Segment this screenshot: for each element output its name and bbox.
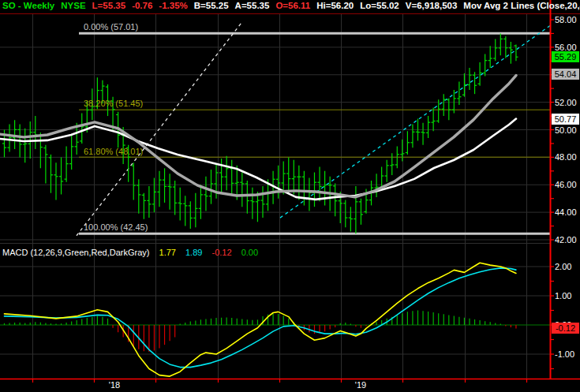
title-segment-symbol-period[interactable]: SO - Weekly <box>2 1 54 10</box>
title-segment-bid: B=55.25 <box>194 1 229 10</box>
price-axis-label: 48.00 <box>555 152 577 162</box>
macd-line-value: 1.77 <box>159 248 176 257</box>
year-label-18: '18 <box>109 380 120 390</box>
title-segment-open: O=56.11 <box>275 1 310 10</box>
fib-label-382[interactable]: 38.20% (51.45) <box>84 99 143 108</box>
chart-title-bar[interactable]: SO - WeeklyNYSEL=55.35-0.76-1.35%B=55.25… <box>2 1 580 13</box>
title-segment-exchange: NYSE <box>61 1 85 10</box>
price-axis-label: 58.00 <box>555 15 577 24</box>
title-segment-volume: V=6,918,503 <box>406 1 458 10</box>
price-axis-label: 46.00 <box>555 180 577 189</box>
macd-axis-label: 1.00 <box>555 291 571 301</box>
price-axis-label: 42.00 <box>555 235 577 245</box>
title-segment-pct-change: -1.35% <box>159 1 187 10</box>
macd-hist-value-badge: -0.12 <box>552 323 579 334</box>
title-segment-ask: A=55.35 <box>235 1 270 10</box>
macd-axis-label: -1.00 <box>555 349 574 359</box>
title-segment-last-price: L=55.35 <box>92 1 126 10</box>
title-segment-net-change: -0.76 <box>132 1 152 10</box>
title-segment-high: Hi=56.20 <box>316 1 354 10</box>
price-axis-label: 52.00 <box>555 98 577 107</box>
macd-axis-label: 2.00 <box>555 262 571 271</box>
macd-hist-value: -0.12 <box>211 248 231 257</box>
price-axis-label: 50.00 <box>555 125 577 135</box>
macd-indicator-label[interactable]: MACD (12,26,9,Green,Red,DarkGray) <box>2 248 149 257</box>
price-plot-area[interactable] <box>0 14 550 243</box>
macd-signal-value: 1.89 <box>185 248 202 257</box>
macd-header[interactable]: MACD (12,26,9,Green,Red,DarkGray) 1.77 1… <box>2 248 265 257</box>
fib-label-618[interactable]: 61.80% (48.01) <box>84 147 143 156</box>
macd-zero-value: 0.00 <box>241 248 258 257</box>
year-label-19: '19 <box>355 380 366 390</box>
last-price-badge: 55.29 <box>552 51 579 62</box>
fib-label-0[interactable]: 0.00% (57.01) <box>84 22 138 32</box>
fib-label-100[interactable]: 100.00% (42.45) <box>84 222 148 232</box>
price-axis-label: 44.00 <box>555 207 577 217</box>
title-segment-low: Lo=55.02 <box>360 1 399 10</box>
macd-plot-area[interactable] <box>0 245 550 379</box>
title-segment-indicator-legend[interactable]: Mov Avg 2 Lines (Close,20,40,0) <box>463 1 580 10</box>
chart-canvas[interactable]: 58.0056.0052.0050.0048.0046.0044.0042.00… <box>0 0 580 392</box>
chart-window: SO - WeeklyNYSEL=55.35-0.76-1.35%B=55.25… <box>0 0 580 392</box>
ma20-value-badge: 54.04 <box>552 69 579 80</box>
ma40-value-badge: 50.77 <box>552 114 579 125</box>
